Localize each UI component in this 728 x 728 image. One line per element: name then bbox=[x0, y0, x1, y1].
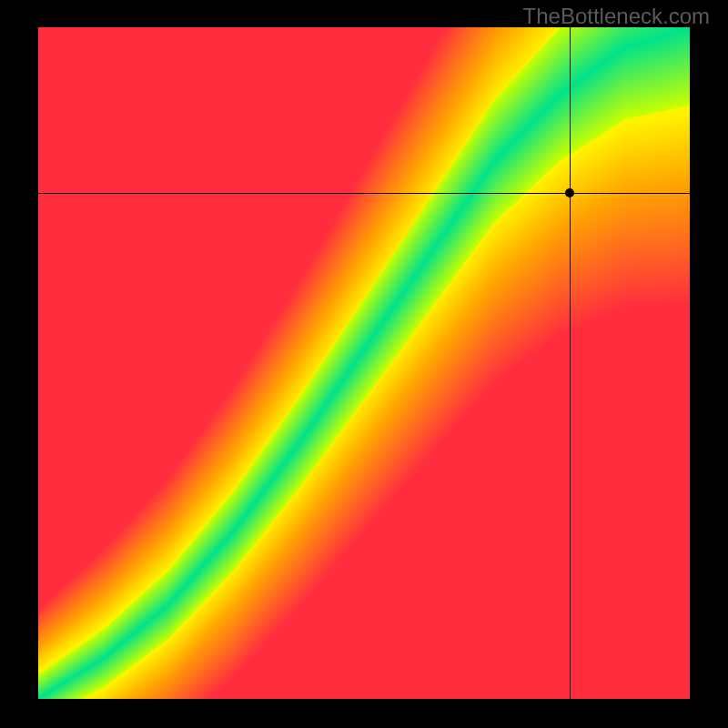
marker-dot bbox=[565, 188, 574, 197]
heatmap-plot bbox=[38, 27, 690, 699]
heatmap-canvas bbox=[38, 27, 690, 699]
watermark-text: TheBottleneck.com bbox=[523, 4, 710, 29]
crosshair-horizontal bbox=[38, 193, 690, 194]
crosshair-vertical bbox=[570, 27, 571, 699]
